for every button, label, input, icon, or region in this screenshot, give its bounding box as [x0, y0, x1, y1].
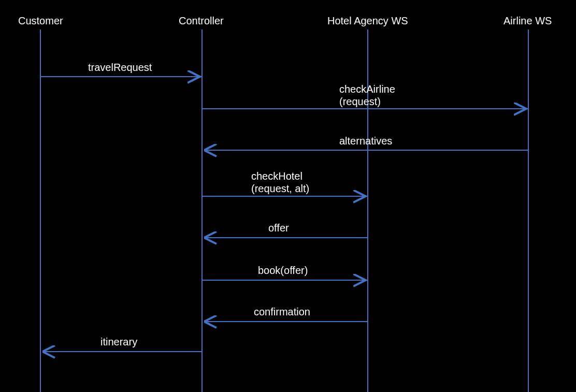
msg-check-airline: checkAirline (request)	[339, 83, 395, 108]
participant-airline: Airline WS	[503, 14, 552, 27]
msg-offer: offer	[268, 222, 289, 234]
participant-customer: Customer	[18, 14, 63, 27]
msg-check-hotel: checkHotel (request, alt)	[251, 170, 309, 195]
msg-travel-request: travelRequest	[88, 61, 152, 74]
msg-book: book(offer)	[258, 264, 308, 277]
msg-alternatives: alternatives	[339, 135, 392, 147]
participant-controller: Controller	[179, 14, 224, 27]
sequence-diagram	[0, 0, 576, 392]
msg-itinerary: itinerary	[100, 336, 137, 348]
participant-hotel: Hotel Agency WS	[327, 14, 408, 27]
msg-confirmation: confirmation	[254, 306, 310, 318]
